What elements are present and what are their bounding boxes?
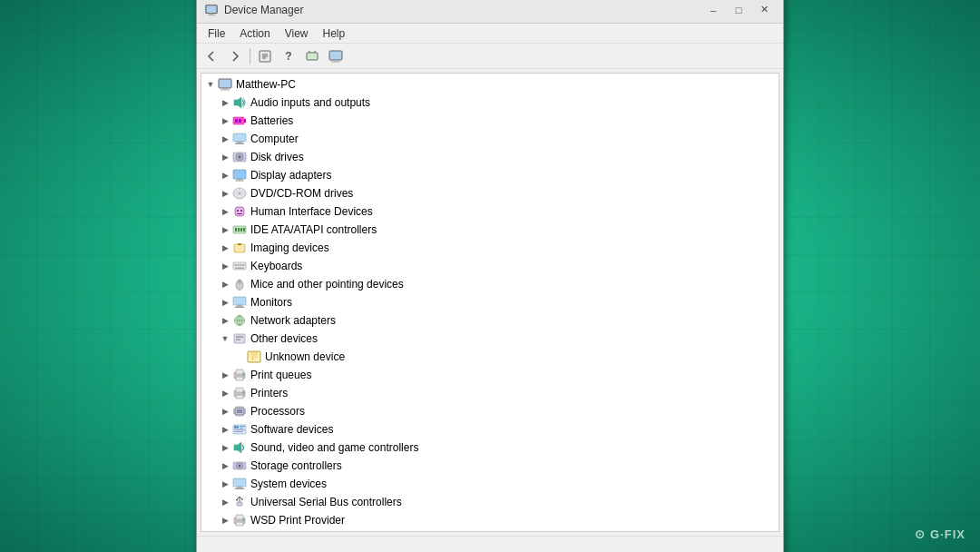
other-devices-expander[interactable]: ▼ <box>218 331 232 346</box>
tree-item-audio[interactable]: ▶ Audio inputs and outputs <box>201 94 779 112</box>
svg-rect-2 <box>208 15 216 15</box>
wsd-label: WSD Print Provider <box>250 514 345 527</box>
svg-rect-100 <box>233 478 246 487</box>
tree-item-sound[interactable]: ▶ Sound, video and game controllers <box>201 439 779 457</box>
tree-item-network[interactable]: ▶ Network adapters <box>201 311 779 330</box>
tree-item-usb[interactable]: ▶ Universal Serial Bus controllers <box>201 493 779 511</box>
maximize-button[interactable]: □ <box>727 0 750 20</box>
svg-marker-16 <box>234 97 241 108</box>
tree-item-system[interactable]: ▶ System devices <box>201 475 779 493</box>
svg-rect-57 <box>235 307 244 309</box>
minimize-button[interactable]: – <box>701 0 725 20</box>
display-label: Display adapters <box>250 169 331 182</box>
svg-point-99 <box>239 465 241 468</box>
hid-label: Human Interface Devices <box>250 205 373 218</box>
device-tree[interactable]: ▼ Matthew-PC ▶ Audio inputs a <box>201 73 779 532</box>
svg-point-110 <box>243 519 245 521</box>
printers-label: Printers <box>250 387 288 399</box>
svg-rect-92 <box>240 426 245 427</box>
ide-icon <box>232 222 247 237</box>
svg-rect-101 <box>237 487 242 488</box>
tree-item-disk[interactable]: ▶ Disk drives <box>201 148 779 166</box>
menu-file[interactable]: File <box>201 25 232 42</box>
monitors-label: Monitors <box>250 296 292 309</box>
unknown-device-icon: ! <box>247 350 261 364</box>
processors-expander[interactable]: ▶ <box>218 404 232 419</box>
display-icon <box>232 168 247 182</box>
watermark: ⊙ G·FIX <box>915 527 965 541</box>
sound-expander[interactable]: ▶ <box>218 440 232 455</box>
printers-icon <box>232 386 247 400</box>
scan-changes-button[interactable] <box>301 46 323 66</box>
tree-item-processors[interactable]: ▶ Proces <box>201 402 779 420</box>
disk-expander[interactable]: ▶ <box>218 150 232 164</box>
keyboards-expander[interactable]: ▶ <box>218 259 232 273</box>
batteries-expander[interactable]: ▶ <box>218 113 232 128</box>
tree-item-dvd[interactable]: ▶ DVD/CD-ROM drives <box>201 184 779 202</box>
close-button[interactable]: ✕ <box>752 0 776 20</box>
print-queues-expander[interactable]: ▶ <box>218 368 232 382</box>
device-manager-window: Device Manager – □ ✕ File Action View He… <box>196 0 784 552</box>
audio-expander[interactable]: ▶ <box>218 95 232 110</box>
root-label: Matthew-PC <box>236 78 296 91</box>
monitors-expander[interactable]: ▶ <box>218 295 232 310</box>
menu-action[interactable]: Action <box>232 25 277 42</box>
mice-expander[interactable]: ▶ <box>218 277 232 291</box>
network-expander[interactable]: ▶ <box>218 313 232 328</box>
tree-item-keyboards[interactable]: ▶ Keyboards <box>201 257 779 275</box>
tree-item-ide[interactable]: ▶ IDE ATA/ATAPI controllers <box>201 221 779 239</box>
tree-item-unknown-device[interactable]: ▶ ! Unknown device <box>201 348 779 366</box>
svg-rect-47 <box>235 264 237 266</box>
menu-help[interactable]: Help <box>316 25 353 42</box>
svg-rect-50 <box>243 264 245 266</box>
tree-root[interactable]: ▼ Matthew-PC <box>201 75 779 94</box>
tree-item-wsd[interactable]: ▶ WSD Print Provider <box>201 511 779 529</box>
software-expander[interactable]: ▶ <box>218 422 232 437</box>
computer-expander[interactable]: ▶ <box>218 132 232 146</box>
svg-rect-93 <box>240 428 243 429</box>
svg-rect-36 <box>237 213 242 214</box>
tree-item-software[interactable]: ▶ Software devices <box>201 420 779 439</box>
svg-point-26 <box>239 156 241 159</box>
help-button[interactable]: ? <box>278 46 299 66</box>
storage-icon <box>232 458 247 473</box>
menu-view[interactable]: View <box>278 25 316 42</box>
title-bar: Device Manager – □ ✕ <box>197 0 783 24</box>
svg-rect-106 <box>241 498 243 500</box>
view-resources-button[interactable] <box>325 46 347 66</box>
tree-item-batteries[interactable]: ▶ Batteries <box>201 112 779 130</box>
tree-item-hid[interactable]: ▶ Human Interface Devices <box>201 202 779 221</box>
display-expander[interactable]: ▶ <box>218 168 232 182</box>
imaging-expander[interactable]: ▶ <box>218 241 232 255</box>
tree-item-imaging[interactable]: ▶ Imaging devices <box>201 239 779 257</box>
svg-rect-23 <box>235 143 244 145</box>
tree-item-printers[interactable]: ▶ Printers <box>201 384 779 402</box>
back-button[interactable] <box>201 46 222 66</box>
tree-item-storage[interactable]: ▶ Storage controllers <box>201 457 779 475</box>
system-expander[interactable]: ▶ <box>218 477 232 491</box>
dvd-expander[interactable]: ▶ <box>218 186 232 201</box>
title-bar-icon <box>204 3 219 17</box>
tree-item-print-queues[interactable]: ▶ Print queues <box>201 366 779 384</box>
tree-item-monitors[interactable]: ▶ Monitors <box>201 293 779 311</box>
tree-item-other-devices[interactable]: ▼ Other devices <box>201 330 779 348</box>
toolbar-sep-1 <box>250 48 250 64</box>
system-label: System devices <box>250 478 327 490</box>
usb-expander[interactable]: ▶ <box>218 495 232 509</box>
printers-expander[interactable]: ▶ <box>218 386 232 400</box>
svg-rect-10 <box>329 51 342 60</box>
tree-item-mice[interactable]: ▶ Mice and other pointing devices <box>201 275 779 293</box>
svg-marker-96 <box>234 442 241 453</box>
ide-expander[interactable]: ▶ <box>218 222 232 237</box>
other-devices-label: Other devices <box>250 332 318 345</box>
wsd-expander[interactable]: ▶ <box>218 513 232 527</box>
storage-expander[interactable]: ▶ <box>218 458 232 473</box>
tree-item-computer[interactable]: ▶ Computer <box>201 130 779 148</box>
forward-button[interactable] <box>224 46 246 66</box>
root-expander[interactable]: ▼ <box>203 77 218 92</box>
hid-expander[interactable]: ▶ <box>218 204 232 219</box>
svg-rect-70 <box>236 377 243 380</box>
properties-button[interactable] <box>254 46 276 66</box>
tree-item-display[interactable]: ▶ Display adapters <box>201 166 779 184</box>
svg-rect-104 <box>237 502 242 506</box>
